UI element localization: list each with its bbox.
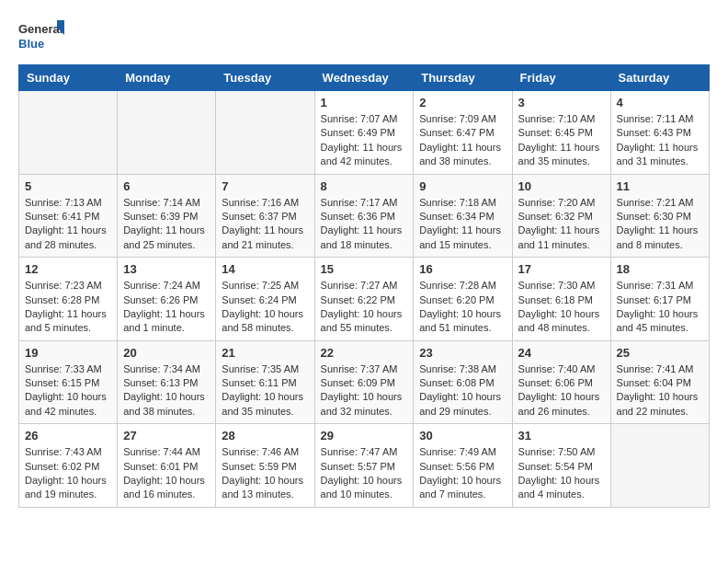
calendar-cell: 11 Sunrise: 7:21 AM Sunset: 6:30 PM Dayl… [610, 174, 709, 258]
calendar-cell: 1 Sunrise: 7:07 AM Sunset: 6:49 PM Dayli… [314, 91, 414, 175]
svg-text:General: General [18, 22, 63, 36]
calendar-week-row: 5 Sunrise: 7:13 AM Sunset: 6:41 PM Dayli… [19, 174, 710, 258]
calendar-cell: 26 Sunrise: 7:43 AM Sunset: 6:02 PM Dayl… [19, 424, 118, 508]
day-number: 2 [419, 96, 506, 109]
day-number: 31 [518, 429, 605, 442]
day-info: Sunrise: 7:21 AM Sunset: 6:30 PM Dayligh… [617, 197, 699, 250]
calendar-cell: 30 Sunrise: 7:49 AM Sunset: 5:56 PM Dayl… [414, 424, 512, 508]
day-number: 10 [518, 179, 605, 193]
weekday-header-tuesday: Tuesday [216, 65, 314, 91]
day-number: 13 [123, 262, 210, 276]
day-info: Sunrise: 7:07 AM Sunset: 6:49 PM Dayligh… [321, 113, 403, 167]
day-info: Sunrise: 7:43 AM Sunset: 6:02 PM Dayligh… [25, 446, 107, 500]
calendar-table: SundayMondayTuesdayWednesdayThursdayFrid… [18, 64, 710, 508]
calendar-cell: 25 Sunrise: 7:41 AM Sunset: 6:04 PM Dayl… [610, 340, 709, 424]
calendar-cell: 7 Sunrise: 7:16 AM Sunset: 6:37 PM Dayli… [216, 174, 314, 258]
day-info: Sunrise: 7:28 AM Sunset: 6:20 PM Dayligh… [419, 280, 501, 333]
calendar-cell: 17 Sunrise: 7:30 AM Sunset: 6:18 PM Dayl… [512, 258, 610, 341]
day-info: Sunrise: 7:18 AM Sunset: 6:34 PM Dayligh… [419, 197, 501, 250]
day-number: 27 [123, 429, 210, 442]
day-number: 16 [419, 262, 506, 276]
day-number: 7 [222, 179, 308, 193]
day-number: 8 [321, 179, 408, 193]
calendar-cell: 3 Sunrise: 7:10 AM Sunset: 6:45 PM Dayli… [512, 91, 610, 175]
day-info: Sunrise: 7:33 AM Sunset: 6:15 PM Dayligh… [25, 363, 107, 417]
day-number: 24 [518, 346, 605, 360]
page-header: General Blue [18, 18, 710, 55]
day-number: 22 [321, 346, 408, 360]
calendar-cell: 13 Sunrise: 7:24 AM Sunset: 6:26 PM Dayl… [118, 258, 216, 341]
day-info: Sunrise: 7:44 AM Sunset: 6:01 PM Dayligh… [123, 446, 205, 500]
day-info: Sunrise: 7:30 AM Sunset: 6:18 PM Dayligh… [518, 280, 600, 333]
day-number: 4 [617, 96, 703, 109]
logo-svg: General Blue [18, 18, 64, 55]
calendar-cell: 15 Sunrise: 7:27 AM Sunset: 6:22 PM Dayl… [314, 258, 414, 341]
calendar-cell: 23 Sunrise: 7:38 AM Sunset: 6:08 PM Dayl… [414, 340, 512, 424]
weekday-header-wednesday: Wednesday [314, 65, 414, 91]
calendar-cell: 24 Sunrise: 7:40 AM Sunset: 6:06 PM Dayl… [512, 340, 610, 424]
logo: General Blue [18, 18, 64, 55]
day-number: 29 [321, 429, 408, 442]
day-info: Sunrise: 7:50 AM Sunset: 5:54 PM Dayligh… [518, 446, 600, 500]
day-info: Sunrise: 7:40 AM Sunset: 6:06 PM Dayligh… [518, 363, 600, 417]
calendar-cell: 19 Sunrise: 7:33 AM Sunset: 6:15 PM Dayl… [19, 340, 118, 424]
day-number: 18 [617, 262, 703, 276]
calendar-cell: 9 Sunrise: 7:18 AM Sunset: 6:34 PM Dayli… [414, 174, 512, 258]
day-number: 15 [321, 262, 408, 276]
day-info: Sunrise: 7:17 AM Sunset: 6:36 PM Dayligh… [321, 197, 403, 250]
calendar-week-row: 1 Sunrise: 7:07 AM Sunset: 6:49 PM Dayli… [19, 91, 710, 175]
day-number: 28 [222, 429, 308, 442]
day-info: Sunrise: 7:41 AM Sunset: 6:04 PM Dayligh… [617, 363, 699, 417]
calendar-cell: 12 Sunrise: 7:23 AM Sunset: 6:28 PM Dayl… [19, 258, 118, 341]
weekday-header-thursday: Thursday [414, 65, 512, 91]
day-number: 26 [25, 429, 111, 442]
weekday-header-sunday: Sunday [19, 65, 118, 91]
calendar-cell: 28 Sunrise: 7:46 AM Sunset: 5:59 PM Dayl… [216, 424, 314, 508]
calendar-cell: 27 Sunrise: 7:44 AM Sunset: 6:01 PM Dayl… [118, 424, 216, 508]
day-number: 6 [123, 179, 210, 193]
calendar-cell: 16 Sunrise: 7:28 AM Sunset: 6:20 PM Dayl… [414, 258, 512, 341]
day-number: 21 [222, 346, 308, 360]
day-info: Sunrise: 7:14 AM Sunset: 6:39 PM Dayligh… [123, 197, 205, 250]
calendar-cell: 22 Sunrise: 7:37 AM Sunset: 6:09 PM Dayl… [314, 340, 414, 424]
day-number: 11 [617, 179, 703, 193]
calendar-cell: 8 Sunrise: 7:17 AM Sunset: 6:36 PM Dayli… [314, 174, 414, 258]
calendar-cell: 5 Sunrise: 7:13 AM Sunset: 6:41 PM Dayli… [19, 174, 118, 258]
day-number: 1 [321, 96, 408, 109]
day-info: Sunrise: 7:31 AM Sunset: 6:17 PM Dayligh… [617, 280, 699, 333]
day-info: Sunrise: 7:10 AM Sunset: 6:45 PM Dayligh… [518, 113, 600, 167]
weekday-header-friday: Friday [512, 65, 610, 91]
day-number: 14 [222, 262, 308, 276]
day-number: 20 [123, 346, 210, 360]
day-number: 5 [25, 179, 111, 193]
calendar-cell: 14 Sunrise: 7:25 AM Sunset: 6:24 PM Dayl… [216, 258, 314, 341]
day-info: Sunrise: 7:16 AM Sunset: 6:37 PM Dayligh… [222, 197, 303, 250]
day-info: Sunrise: 7:13 AM Sunset: 6:41 PM Dayligh… [25, 197, 107, 250]
day-number: 9 [419, 179, 506, 193]
day-info: Sunrise: 7:37 AM Sunset: 6:09 PM Dayligh… [321, 363, 403, 417]
day-info: Sunrise: 7:11 AM Sunset: 6:43 PM Dayligh… [617, 113, 699, 167]
day-number: 30 [419, 429, 506, 442]
calendar-cell [19, 91, 118, 175]
day-number: 19 [25, 346, 111, 360]
calendar-cell: 2 Sunrise: 7:09 AM Sunset: 6:47 PM Dayli… [414, 91, 512, 175]
calendar-cell: 21 Sunrise: 7:35 AM Sunset: 6:11 PM Dayl… [216, 340, 314, 424]
calendar-cell: 20 Sunrise: 7:34 AM Sunset: 6:13 PM Dayl… [118, 340, 216, 424]
svg-text:Blue: Blue [18, 37, 44, 51]
calendar-cell [118, 91, 216, 175]
calendar-cell [216, 91, 314, 175]
calendar-week-row: 12 Sunrise: 7:23 AM Sunset: 6:28 PM Dayl… [19, 258, 710, 341]
day-info: Sunrise: 7:20 AM Sunset: 6:32 PM Dayligh… [518, 197, 600, 250]
day-number: 3 [518, 96, 605, 109]
calendar-header-row: SundayMondayTuesdayWednesdayThursdayFrid… [19, 65, 710, 91]
calendar-cell [610, 424, 709, 508]
calendar-cell: 6 Sunrise: 7:14 AM Sunset: 6:39 PM Dayli… [118, 174, 216, 258]
day-info: Sunrise: 7:27 AM Sunset: 6:22 PM Dayligh… [321, 280, 403, 333]
calendar-cell: 10 Sunrise: 7:20 AM Sunset: 6:32 PM Dayl… [512, 174, 610, 258]
day-number: 25 [617, 346, 703, 360]
day-number: 17 [518, 262, 605, 276]
day-info: Sunrise: 7:38 AM Sunset: 6:08 PM Dayligh… [419, 363, 501, 417]
day-info: Sunrise: 7:23 AM Sunset: 6:28 PM Dayligh… [25, 280, 107, 333]
calendar-cell: 4 Sunrise: 7:11 AM Sunset: 6:43 PM Dayli… [610, 91, 709, 175]
day-info: Sunrise: 7:34 AM Sunset: 6:13 PM Dayligh… [123, 363, 205, 417]
